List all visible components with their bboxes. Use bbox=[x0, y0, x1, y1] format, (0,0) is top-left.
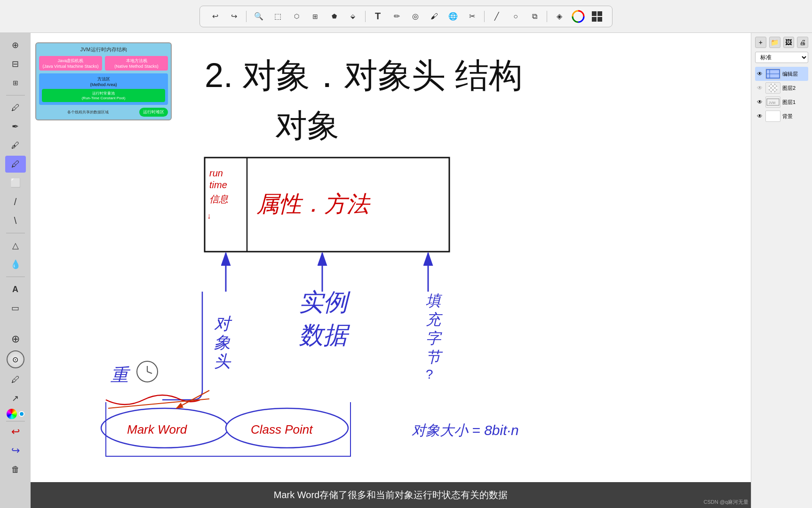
layer-thumb-1: JVM bbox=[765, 96, 780, 108]
subtitle-bar: Mark Word存储了很多和当前对象运行时状态有关的数据 bbox=[31, 482, 751, 508]
shape2-button[interactable]: ⬙ bbox=[345, 9, 360, 24]
layer-edit-label: 编辑层 bbox=[782, 71, 798, 78]
blend-mode-dropdown[interactable]: 标准 bbox=[755, 52, 808, 63]
rect-tool[interactable]: ▭ bbox=[5, 300, 26, 317]
scissors-button[interactable]: ✂ bbox=[464, 9, 479, 24]
tool-separator-3 bbox=[6, 277, 25, 277]
print-button[interactable]: 🖨 bbox=[797, 37, 808, 48]
pen-tool[interactable]: 🖋 bbox=[5, 137, 26, 154]
color-wheel-small[interactable] bbox=[7, 409, 17, 419]
fill-tool[interactable]: △ bbox=[5, 237, 26, 254]
runtime-label-4: ↓ bbox=[207, 212, 211, 221]
globe-button[interactable]: 🌐 bbox=[446, 9, 461, 24]
select-button[interactable]: ⬚ bbox=[270, 9, 285, 24]
right-panel-header: + 📁 🖼 🖨 bbox=[755, 37, 808, 48]
separator-2 bbox=[365, 11, 366, 22]
padding-question: ? bbox=[426, 367, 433, 381]
thin-brush-tool[interactable]: 🖊 bbox=[5, 99, 26, 116]
layer-thumb-2 bbox=[765, 82, 780, 94]
grid-view-tool[interactable]: ⊞ bbox=[5, 74, 26, 91]
layer-item-bg[interactable]: 👁 背景 bbox=[755, 109, 808, 123]
obj-head-vert-2: 象 bbox=[214, 333, 231, 351]
forward-button[interactable]: ↪ bbox=[5, 442, 26, 459]
canvas-content[interactable]: JVM运行时内存结构 Java虚拟机栈 (Java Virtual Machin… bbox=[31, 33, 751, 508]
layer-eye-1[interactable]: 👁 bbox=[756, 98, 764, 106]
runtime-label-1: run bbox=[209, 168, 223, 178]
angle-brush1-tool[interactable]: / bbox=[5, 193, 26, 210]
obj-head-vert-1: 对 bbox=[214, 314, 232, 333]
tool-wheel[interactable]: ⊙ bbox=[7, 350, 24, 368]
layer-item-1[interactable]: 👁 JVM 图层1 bbox=[755, 95, 808, 109]
image-button[interactable]: 🖼 bbox=[783, 37, 795, 48]
active-pen-tool[interactable]: 🖊 bbox=[5, 156, 26, 173]
line-button[interactable]: ╱ bbox=[489, 9, 504, 24]
eraser-tool[interactable]: ⬜ bbox=[5, 175, 26, 191]
class-point-text: Class Point bbox=[251, 422, 313, 437]
svg-rect-3 bbox=[592, 17, 597, 22]
grid-button[interactable] bbox=[589, 9, 605, 24]
layer-eye-bg[interactable]: 👁 bbox=[756, 112, 764, 120]
layer-item-2[interactable]: 👁 图层2 bbox=[755, 81, 808, 95]
svg-rect-4 bbox=[597, 17, 602, 22]
add-layer-button[interactable]: + bbox=[755, 37, 766, 48]
runtime-label-3: 信息 bbox=[209, 194, 228, 204]
search-button[interactable]: 🔍 bbox=[251, 9, 266, 24]
dropper-tool[interactable]: 💧 bbox=[5, 256, 26, 273]
delete-button[interactable]: 🗑 bbox=[5, 461, 26, 478]
zoom-out-tool[interactable]: ⊟ bbox=[5, 56, 26, 72]
right-panel: + 📁 🖼 🖨 标准 👁 编辑层 👁 图层2 👁 bbox=[751, 33, 812, 508]
pen-button[interactable]: ✏ bbox=[389, 9, 404, 24]
circle-button[interactable]: ◎ bbox=[408, 9, 423, 24]
layer-eye-edit[interactable]: 👁 bbox=[756, 70, 764, 78]
bracket-left bbox=[162, 292, 202, 400]
arrow-small[interactable]: ↗ bbox=[5, 390, 26, 407]
main-title: 2. 对象．对象头 结构 bbox=[205, 56, 523, 94]
nav-separator bbox=[6, 421, 25, 421]
separator-3 bbox=[484, 11, 485, 22]
crop-button[interactable]: ⊞ bbox=[308, 9, 323, 24]
tool-separator-2 bbox=[6, 233, 25, 233]
mark-word-text: Mark Word bbox=[127, 422, 188, 437]
canvas-drawing: 2. 对象．对象头 结构 对象 run time 信息 ↓ 属性．方法 对 象 … bbox=[31, 33, 751, 508]
text-button[interactable]: T bbox=[370, 9, 385, 24]
instance-data-2: 数据 bbox=[299, 321, 350, 349]
layer-eye-2[interactable]: 👁 bbox=[756, 84, 764, 92]
brush-button[interactable]: 🖌 bbox=[427, 9, 442, 24]
angle-brush2-tool[interactable]: \ bbox=[5, 212, 26, 229]
padding-vert-3: 字 bbox=[426, 330, 442, 347]
back-button[interactable]: ↩ bbox=[5, 423, 26, 440]
toolbar: ↩ ↪ 🔍 ⬚ ⬡ ⊞ ⬟ ⬙ T ✏ ◎ 🖌 🌐 ✂ ╱ ○ ⧉ ◈ bbox=[0, 0, 812, 33]
toolbar-inner: ↩ ↪ 🔍 ⬚ ⬡ ⊞ ⬟ ⬙ T ✏ ◎ 🖌 🌐 ✂ ╱ ○ ⧉ ◈ bbox=[199, 6, 613, 27]
layer-thumb-edit bbox=[765, 68, 780, 79]
instance-data-1: 实例 bbox=[299, 288, 350, 316]
move-canvas-tool[interactable]: ⊕ bbox=[5, 331, 26, 348]
svg-text:JVM: JVM bbox=[769, 101, 775, 104]
undo-button[interactable]: ↩ bbox=[207, 9, 223, 24]
tool-wheel-container[interactable]: ⊙ bbox=[6, 349, 25, 369]
lasso-button[interactable]: ⬡ bbox=[289, 9, 304, 24]
oval-button[interactable]: ○ bbox=[508, 9, 523, 24]
active-color-dot bbox=[19, 411, 24, 417]
layer-1-label: 图层1 bbox=[782, 99, 796, 106]
svg-rect-2 bbox=[597, 11, 602, 16]
layer-item-edit[interactable]: 👁 编辑层 bbox=[755, 67, 808, 81]
shape-button[interactable]: ⬟ bbox=[326, 9, 342, 24]
color-controls bbox=[7, 409, 24, 419]
layer-2-label: 图层2 bbox=[782, 85, 796, 92]
layer-thumb-bg bbox=[765, 111, 780, 122]
layer-button[interactable]: ⧉ bbox=[527, 9, 542, 24]
svg-rect-1 bbox=[592, 11, 597, 16]
redo-button[interactable]: ↪ bbox=[226, 9, 241, 24]
stamp-button[interactable]: ◈ bbox=[552, 9, 567, 24]
layer-bg-label: 背景 bbox=[782, 113, 793, 120]
folder-button[interactable]: 📁 bbox=[769, 37, 780, 48]
zoom-in-tool[interactable]: ⊕ bbox=[5, 37, 26, 54]
red-line-2 bbox=[108, 399, 209, 408]
text-insert-tool[interactable]: A bbox=[5, 281, 26, 298]
calligraphy-tool[interactable]: ✒ bbox=[5, 118, 26, 135]
separator-4 bbox=[547, 11, 547, 22]
palette-button[interactable] bbox=[571, 9, 586, 24]
padding-vert-1: 填 bbox=[426, 292, 443, 309]
formula-label: 对象大小 = 8bit·n bbox=[412, 422, 519, 438]
pencil-small[interactable]: 🖊 bbox=[5, 371, 26, 388]
